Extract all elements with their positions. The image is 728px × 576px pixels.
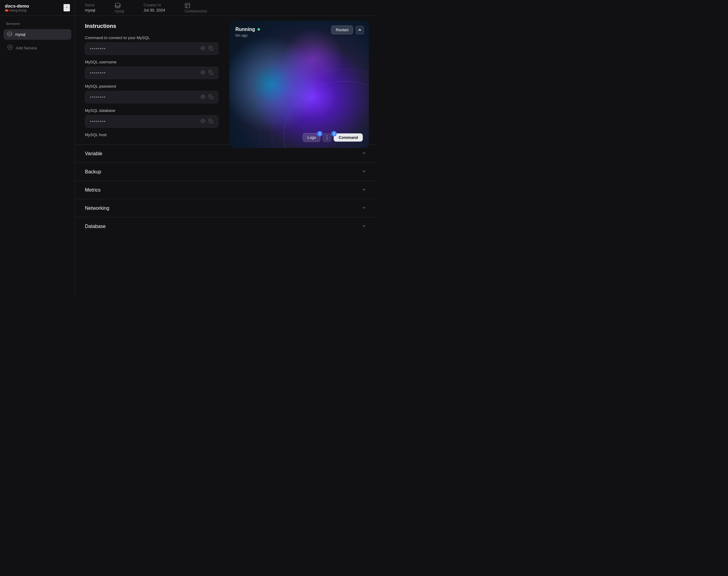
header-name-label: Name xyxy=(85,3,95,7)
username-input: •••••••• xyxy=(85,67,218,79)
password-copy-button[interactable] xyxy=(208,94,213,100)
header-deploy-col: Containerized xyxy=(185,2,207,13)
command-label: Command xyxy=(338,135,358,140)
host-label: MySQL host xyxy=(85,133,218,137)
metrics-title: Metrics xyxy=(85,188,101,193)
sidebar: Services mysql A xyxy=(0,16,75,297)
backup-chevron xyxy=(362,169,366,175)
password-value: •••••••• xyxy=(90,95,106,99)
svg-rect-1 xyxy=(185,3,190,7)
username-value: •••••••• xyxy=(90,70,106,75)
header-deploy-icon xyxy=(185,2,207,8)
database-section-chevron xyxy=(362,224,366,229)
sidebar-item-mysql[interactable]: mysql xyxy=(4,29,71,40)
variable-chevron xyxy=(362,151,366,156)
database-reveal-button[interactable] xyxy=(200,118,205,124)
svg-point-8 xyxy=(202,48,203,49)
password-actions xyxy=(200,94,213,100)
svg-rect-11 xyxy=(210,72,213,75)
mysql-label: mysql xyxy=(15,32,26,37)
svg-point-10 xyxy=(202,72,203,73)
logs-label: Logs xyxy=(307,135,316,140)
database-value: •••••••• xyxy=(90,119,106,124)
metrics-chevron xyxy=(362,187,366,193)
svg-rect-9 xyxy=(210,48,213,50)
svg-rect-13 xyxy=(210,96,213,99)
add-service-button[interactable]: Add Service xyxy=(4,42,71,54)
header-type-col: mysql xyxy=(115,2,124,13)
region-flag: 🇭🇰 xyxy=(5,9,8,12)
variable-title: Variable xyxy=(85,151,103,156)
mysql-icon xyxy=(7,31,12,37)
username-reveal-button[interactable] xyxy=(200,70,205,76)
connect-label: Command to connect to your MySQL xyxy=(85,35,218,40)
header-created-label: Created At xyxy=(143,3,165,7)
password-input: •••••••• xyxy=(85,91,218,104)
svg-point-12 xyxy=(202,96,203,97)
header-created-col: Created At Jul 30, 2024 xyxy=(143,3,165,12)
connect-actions xyxy=(200,46,213,52)
header-created-value: Jul 30, 2024 xyxy=(143,8,165,12)
database-input: •••••••• xyxy=(85,115,218,127)
username-copy-button[interactable] xyxy=(208,70,213,76)
networking-section[interactable]: Networking xyxy=(75,199,376,217)
svg-point-14 xyxy=(202,120,203,121)
more-options-button[interactable]: ⋮ xyxy=(323,134,331,142)
command-button[interactable]: 2 Command xyxy=(334,134,363,142)
svg-point-0 xyxy=(66,7,68,8)
settings-button[interactable] xyxy=(63,4,70,11)
collapse-button[interactable] xyxy=(356,26,364,34)
command-badge: 2 xyxy=(331,131,337,137)
networking-title: Networking xyxy=(85,205,109,211)
add-service-label: Add Service xyxy=(16,46,37,50)
password-field: MySQL password •••••••• xyxy=(85,84,218,104)
project-region: 🇭🇰 Hong Kong xyxy=(5,8,29,12)
status-text: Running xyxy=(235,27,255,32)
top-bar-content: Name mysql mysql Created At Jul 30, 2024 xyxy=(75,0,376,16)
logs-button[interactable]: Logs 1 xyxy=(303,133,320,142)
connect-copy-button[interactable] xyxy=(208,46,213,52)
connect-field: Command to connect to your MySQL •••••••… xyxy=(85,35,218,55)
project-info: docs-demo 🇭🇰 Hong Kong xyxy=(5,3,29,12)
logs-badge: 1 xyxy=(317,131,323,137)
database-label: MySQL database xyxy=(85,108,218,113)
app-container: docs-demo 🇭🇰 Hong Kong Name mysql xyxy=(0,0,376,297)
header-name-col: Name mysql xyxy=(85,3,95,12)
backup-title: Backup xyxy=(85,169,101,175)
status-card-content: Running 0m ago Restart xyxy=(229,21,369,148)
status-card: Running 0m ago Restart xyxy=(229,21,369,148)
header-deploy-value: Containerized xyxy=(185,9,207,13)
connect-value: •••••••• xyxy=(90,47,106,51)
username-field: MySQL username •••••••• xyxy=(85,60,218,79)
project-header: docs-demo 🇭🇰 Hong Kong xyxy=(0,0,75,16)
password-label: MySQL password xyxy=(85,84,218,88)
header-type-icon xyxy=(115,2,124,8)
database-field: MySQL database •••••••• xyxy=(85,108,218,127)
database-section-title: Database xyxy=(85,224,106,229)
database-section[interactable]: Database xyxy=(75,217,376,235)
card-actions: Restart xyxy=(331,26,364,34)
connect-input: •••••••• xyxy=(85,42,218,55)
header-name-value: mysql xyxy=(85,8,95,12)
project-name: docs-demo xyxy=(5,3,29,8)
username-actions xyxy=(200,70,213,76)
main-layout: Services mysql A xyxy=(0,16,376,297)
sections-container: Variable Backup xyxy=(75,144,376,235)
header-type-value: mysql xyxy=(115,9,124,13)
metrics-section[interactable]: Metrics xyxy=(75,181,376,199)
database-actions xyxy=(200,118,213,124)
tab-actions: Logs 1 ⋮ 2 Command xyxy=(303,133,363,142)
top-bar: docs-demo 🇭🇰 Hong Kong Name mysql xyxy=(0,0,376,16)
instructions-title: Instructions xyxy=(85,23,218,29)
main-content: Running 0m ago Restart xyxy=(75,16,376,297)
restart-button[interactable]: Restart xyxy=(331,26,353,34)
password-reveal-button[interactable] xyxy=(200,94,205,100)
username-label: MySQL username xyxy=(85,60,218,64)
status-dot xyxy=(257,28,260,31)
add-icon xyxy=(7,45,13,52)
database-copy-button[interactable] xyxy=(208,118,213,124)
connect-reveal-button[interactable] xyxy=(200,46,205,52)
services-label: Services xyxy=(4,21,71,27)
networking-chevron xyxy=(362,205,366,211)
backup-section[interactable]: Backup xyxy=(75,163,376,181)
